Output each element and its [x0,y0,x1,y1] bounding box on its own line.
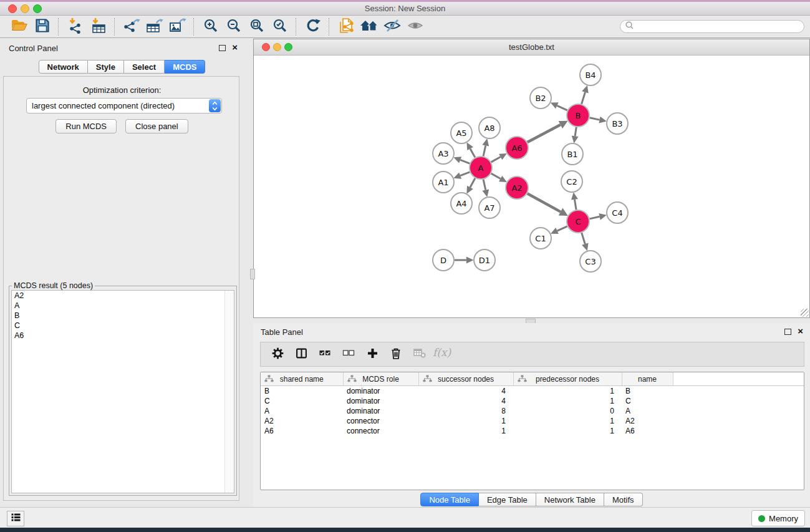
graph-node-A6[interactable]: A6 [506,137,528,159]
graph-edge-C-C4[interactable] [590,213,607,220]
zoom-selected-button[interactable] [268,17,291,36]
criterion-dropdown[interactable]: largest connected component (directed) [26,98,222,114]
save-session-button[interactable] [31,17,54,36]
close-panel-icon[interactable]: × [232,44,238,51]
tab-edge-table[interactable]: Edge Table [479,493,536,506]
graph-node-B[interactable]: B [567,104,589,127]
mcds-result-item[interactable]: B [12,311,234,321]
tab-network-table[interactable]: Network Table [536,493,604,506]
duplicate-network-button[interactable] [334,17,357,36]
tab-style[interactable]: Style [88,60,124,74]
graph-edge-A6-B[interactable] [528,121,568,142]
column-header-name[interactable]: name [622,372,673,386]
graph-edge-A-A3[interactable] [453,157,470,163]
graph-edge-C-C1[interactable] [551,226,567,234]
float-table-panel-icon[interactable] [784,329,791,335]
search-box[interactable] [620,20,804,33]
zoom-in-button[interactable] [199,17,222,36]
close-panel-button[interactable]: Close panel [125,119,188,133]
tab-node-table[interactable]: Node Table [420,493,479,506]
table-row[interactable]: Cdominator41C [261,396,804,406]
graph-node-B2[interactable]: B2 [530,87,551,109]
graph-node-C4[interactable]: C4 [607,202,628,223]
mcds-result-item[interactable]: A6 [12,331,234,341]
graph-node-A7[interactable]: A7 [479,197,500,218]
search-input[interactable] [634,21,804,32]
graph-node-A1[interactable]: A1 [433,172,454,193]
graph-edge-C-C2[interactable] [571,192,578,210]
run-mcds-button[interactable]: Run MCDS [55,119,117,133]
export-table-button[interactable] [143,17,166,36]
graph-node-A2[interactable]: A2 [506,177,528,199]
graph-edge-A-A5[interactable] [466,142,475,157]
graph-node-C2[interactable]: C2 [561,171,582,192]
table-row[interactable]: Bdominator41B [261,386,804,397]
close-table-panel-icon[interactable]: × [798,328,803,334]
resize-grip-icon[interactable] [801,309,809,317]
graph-node-C1[interactable]: C1 [530,228,551,249]
graph-edge-A-A2[interactable] [491,173,507,182]
column-header-predecessor-nodes[interactable]: predecessor nodes [513,372,622,386]
mcds-result-item[interactable]: A [12,301,234,311]
graph-edge-B-B2[interactable] [551,102,567,110]
mcds-result-item[interactable]: C [12,321,234,331]
table-settings-button[interactable] [266,344,289,364]
graph-edge-C-C3[interactable] [582,233,589,251]
show-columns-button[interactable] [289,344,313,364]
zoom-fit-button[interactable] [245,17,268,36]
export-network-button[interactable] [120,17,143,36]
export-image-button[interactable] [166,17,189,36]
column-header-successor-nodes[interactable]: successor nodes [418,372,513,386]
graph-node-B3[interactable]: B3 [607,113,628,134]
graph-node-A4[interactable]: A4 [451,193,472,214]
graph-edge-A-A8[interactable] [482,138,489,156]
column-header-MCDS-role[interactable]: MCDS role [343,372,418,386]
delete-rows-button[interactable] [384,344,408,364]
graph-edge-B-B3[interactable] [590,117,607,123]
zoom-out-button[interactable] [222,17,245,36]
graph-node-B1[interactable]: B1 [562,143,583,165]
graph-node-A3[interactable]: A3 [433,143,454,164]
network-canvas[interactable]: B4B2BB3A8A5A6A3B1AA1C2A2A4A7C4CC1C3DD1 [254,56,809,317]
tab-motifs[interactable]: Motifs [604,493,643,506]
add-row-button[interactable] [360,344,384,364]
float-panel-icon[interactable] [219,45,226,51]
graph-node-A8[interactable]: A8 [479,117,500,138]
graph-edge-A-A4[interactable] [466,178,475,194]
refresh-network-button[interactable] [301,17,324,36]
splitter-handle-vertical[interactable] [250,269,255,279]
graph-node-B4[interactable]: B4 [580,64,601,85]
import-table-button[interactable] [87,17,110,36]
scrollbar-track[interactable] [224,291,234,493]
graph-node-A[interactable]: A [470,157,492,179]
memory-button[interactable]: Memory [751,510,805,526]
column-header-shared-name[interactable]: shared name [261,372,343,386]
import-network-button[interactable] [64,17,87,36]
select-all-columns-button[interactable] [313,344,337,364]
deselect-all-columns-button[interactable] [337,344,360,364]
graph-edge-A-A1[interactable] [453,172,470,179]
graph-edge-D-D1[interactable] [455,257,474,264]
graph-node-C[interactable]: C [567,210,589,233]
graph-edge-B-B4[interactable] [582,85,589,104]
graph-edge-B-B1[interactable] [572,127,579,143]
graph-node-D1[interactable]: D1 [474,249,495,271]
graph-edge-A-A7[interactable] [482,180,489,197]
tab-select[interactable]: Select [124,60,165,74]
show-panels-list-button[interactable] [7,511,24,526]
graph-edge-A2-C[interactable] [528,193,568,216]
mcds-result-item[interactable]: A2 [12,291,234,301]
table-row[interactable]: Adominator80A [261,406,804,416]
table-row[interactable]: A2connector11A2 [261,416,804,426]
graph-edge-A-A6[interactable] [491,153,507,162]
tab-mcds[interactable]: MCDS [165,60,205,74]
show-panels-button[interactable] [403,17,427,36]
table-row[interactable]: A6connector11A6 [261,426,804,436]
graph-node-A5[interactable]: A5 [451,122,472,143]
graph-node-C3[interactable]: C3 [580,251,601,272]
tab-network[interactable]: Network [39,60,88,74]
open-session-button[interactable] [7,17,31,36]
home-view-button[interactable] [357,17,380,36]
graph-node-D[interactable]: D [433,249,454,271]
hide-panels-button[interactable] [380,17,403,36]
